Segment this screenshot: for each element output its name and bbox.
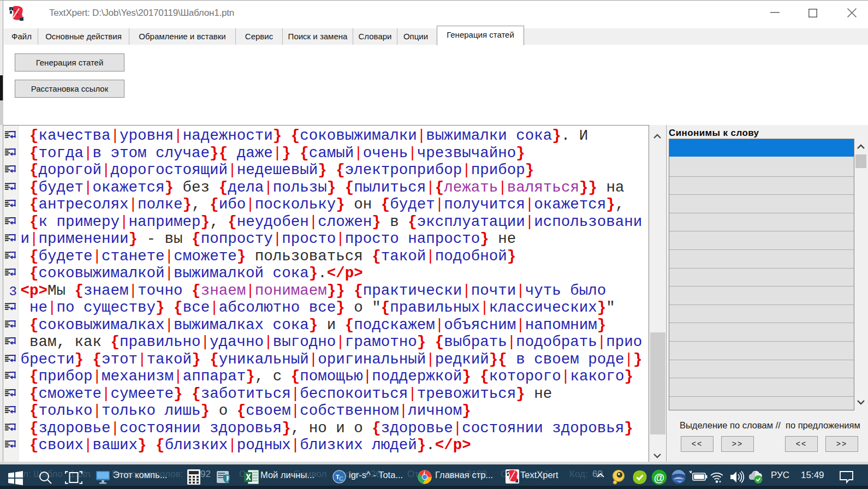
svg-text:C: C <box>339 475 343 482</box>
svg-text:@: @ <box>654 472 665 484</box>
